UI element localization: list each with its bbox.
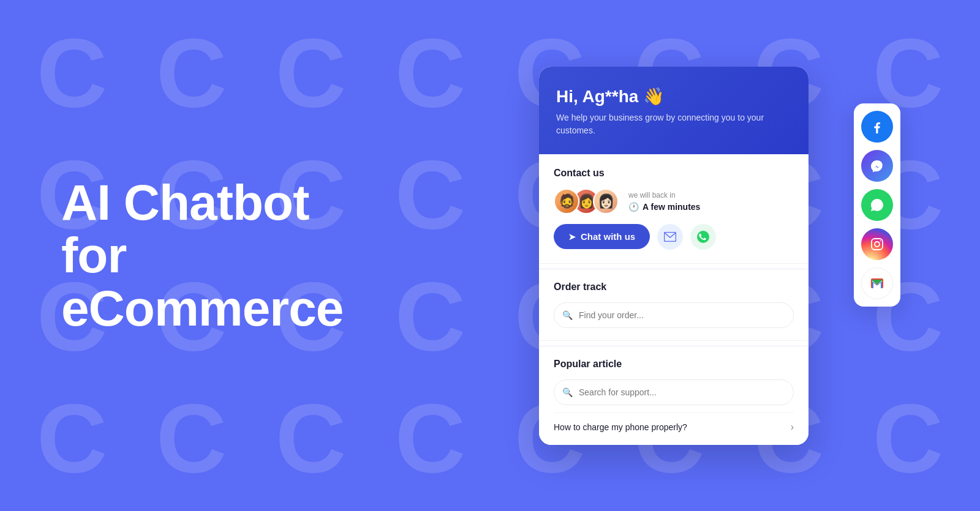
social-panel bbox=[854, 103, 900, 307]
article-search-wrapper: 🔍 bbox=[554, 379, 794, 405]
chatbot-card: Hi, Ag**ha 👋 We help your business grow … bbox=[539, 67, 809, 445]
hero-title: AI Chatbot for eCommerce bbox=[61, 176, 380, 334]
social-whatsapp-button[interactable] bbox=[861, 189, 893, 221]
article-list-item[interactable]: How to charge my phone properly? › bbox=[554, 412, 794, 433]
order-search-wrapper: 🔍 bbox=[554, 302, 794, 328]
whatsapp-button[interactable] bbox=[690, 224, 716, 250]
bg-letter: C bbox=[251, 377, 371, 499]
whatsapp-icon bbox=[696, 230, 710, 244]
agent-avatar-img-1: 🧔 bbox=[555, 190, 578, 213]
bg-letter: C bbox=[12, 12, 132, 134]
popular-article-section: Popular article 🔍 How to charge my phone… bbox=[539, 346, 809, 445]
bg-letter: C bbox=[132, 12, 251, 134]
hero-section: AI Chatbot for eCommerce bbox=[0, 176, 380, 334]
response-duration: A few minutes bbox=[643, 202, 700, 212]
agent-avatars: 🧔 👩 👩🏻 bbox=[554, 188, 619, 214]
order-track-title: Order track bbox=[554, 282, 794, 293]
svg-rect-2 bbox=[872, 239, 883, 250]
svg-point-3 bbox=[875, 242, 880, 247]
response-time-value: 🕐 A few minutes bbox=[628, 202, 700, 212]
facebook-icon bbox=[870, 120, 884, 133]
article-title: How to charge my phone properly? bbox=[554, 422, 687, 432]
order-track-section: Order track 🔍 bbox=[539, 269, 809, 341]
agent-avatar-3: 👩🏻 bbox=[593, 188, 619, 214]
order-search-icon: 🔍 bbox=[562, 310, 573, 320]
cards-container: Hi, Ag**ha 👋 We help your business grow … bbox=[539, 67, 845, 445]
contact-section: Contact us 🧔 👩 👩🏻 bbox=[539, 154, 809, 264]
popular-article-title: Popular article bbox=[554, 359, 794, 370]
instagram-icon bbox=[870, 237, 884, 251]
action-buttons: ➤ Chat with us bbox=[554, 224, 794, 250]
chat-button-label: Chat with us bbox=[581, 231, 635, 242]
messenger-button[interactable] bbox=[861, 150, 893, 182]
card-header: Hi, Ag**ha 👋 We help your business grow … bbox=[539, 67, 809, 154]
svg-point-1 bbox=[697, 231, 709, 243]
social-whatsapp-icon bbox=[870, 198, 884, 212]
chat-with-us-button[interactable]: ➤ Chat with us bbox=[554, 224, 650, 249]
agent-avatar-1: 🧔 bbox=[554, 188, 579, 214]
email-button[interactable] bbox=[657, 224, 683, 250]
contact-title: Contact us bbox=[554, 168, 794, 179]
messenger-icon bbox=[870, 159, 884, 173]
gmail-button[interactable] bbox=[861, 267, 893, 299]
svg-point-4 bbox=[880, 240, 881, 241]
header-subtitle: We help your business grow by connecting… bbox=[556, 111, 791, 137]
bg-letter: C bbox=[12, 377, 132, 499]
contact-row: 🧔 👩 👩🏻 we will back in 🕐 bbox=[554, 188, 794, 214]
greeting-text: Hi, Ag**ha 👋 bbox=[556, 86, 791, 106]
send-icon: ➤ bbox=[568, 232, 576, 242]
article-search-input[interactable] bbox=[554, 379, 794, 405]
gmail-icon bbox=[870, 278, 884, 289]
ui-section: Hi, Ag**ha 👋 We help your business grow … bbox=[380, 67, 980, 445]
article-search-icon: 🔍 bbox=[562, 387, 573, 397]
clock-icon: 🕐 bbox=[628, 202, 639, 212]
email-icon bbox=[664, 232, 676, 242]
response-label: we will back in bbox=[628, 191, 700, 200]
instagram-button[interactable] bbox=[861, 228, 893, 260]
bg-letter: C bbox=[132, 377, 251, 499]
bg-letter: C bbox=[251, 12, 371, 134]
chevron-right-icon: › bbox=[791, 422, 794, 433]
agent-avatar-img-3: 👩🏻 bbox=[594, 190, 617, 213]
facebook-button[interactable] bbox=[861, 111, 893, 143]
order-search-input[interactable] bbox=[554, 302, 794, 328]
response-time-info: we will back in 🕐 A few minutes bbox=[628, 191, 700, 212]
